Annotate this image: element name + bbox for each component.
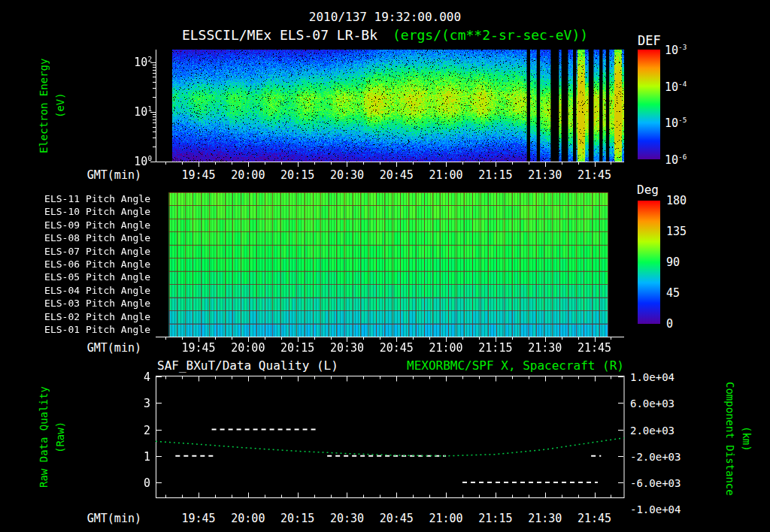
x-tick-label: 21:30	[519, 168, 571, 182]
p3-left-tick-label: 1	[126, 450, 150, 464]
panel1-ylabel-units: (eV)	[54, 50, 66, 162]
x-tick-label: 20:15	[271, 341, 324, 355]
p3-right-tick-label: 2.0e+03	[630, 425, 675, 437]
x-tick-label: 21:15	[469, 341, 522, 355]
x-tick-label: 21:00	[420, 341, 472, 355]
p3-right-tick-label: -1.0e+04	[630, 503, 681, 515]
p1-ytick-label: 100	[114, 154, 152, 168]
deg-colorbar-tick-label: 0	[666, 317, 673, 331]
p1-ytick-label: 101	[114, 104, 152, 119]
def-colorbar-tick-label: 10-4	[665, 80, 687, 94]
p1-ytick-label: 102	[114, 55, 152, 69]
x-tick-label: 21:45	[568, 341, 621, 355]
x-tick-label: 20:00	[222, 168, 274, 182]
pitch-row-label: ELS-10 Pitch Angle	[27, 206, 150, 217]
x-tick-label: 21:30	[519, 341, 571, 355]
panel3-ylabel-quality-units: (Raw)	[54, 376, 66, 499]
def-colorbar-tick-label: 10-5	[665, 116, 687, 130]
pitch-angle-heatmap	[150, 192, 624, 343]
timestamp-title: 2010/137 19:32:00.000	[0, 10, 770, 24]
panel1-gmt-label: GMT(min)	[66, 168, 141, 182]
panel3-ylabel-distance: Component Distance	[724, 371, 736, 506]
x-tick-label: 19:45	[172, 512, 225, 525]
deg-colorbar-tick-label: 180	[666, 194, 687, 207]
p3-right-tick-label: -6.0e+03	[630, 477, 681, 489]
panel3-right-title: MEXORBMC/SPF X, Spacecraft (R)	[407, 358, 624, 373]
x-tick-label: 19:45	[172, 168, 225, 182]
deg-colorbar-tick-label: 135	[666, 225, 687, 238]
x-tick-label: 20:00	[222, 341, 274, 355]
def-colorbar-tick-label: 10-3	[665, 43, 687, 57]
deg-colorbar-title: Deg	[637, 183, 659, 197]
panel1-ylabel-energy: Electron Energy	[38, 50, 50, 162]
p3-left-tick-label: 2	[126, 424, 150, 437]
p3-right-tick-label: 1.0e+04	[630, 371, 675, 383]
x-tick-label: 20:45	[370, 341, 423, 355]
deg-colorbar-tick-label: 45	[666, 286, 680, 300]
pitch-row-label: ELS-09 Pitch Angle	[27, 219, 150, 231]
pitch-row-label: ELS-08 Pitch Angle	[27, 232, 150, 243]
panel2-gmt-label: GMT(min)	[66, 341, 141, 355]
pitch-row-label: ELS-05 Pitch Angle	[27, 271, 150, 283]
pitch-row-label: ELS-11 Pitch Angle	[27, 193, 150, 204]
x-tick-label: 21:00	[420, 168, 472, 182]
p3-left-tick-label: 0	[126, 476, 150, 490]
def-colorbar-title: DEF	[638, 33, 661, 48]
x-tick-label: 19:45	[172, 341, 225, 355]
p3-right-tick-label: -2.0e+03	[630, 451, 681, 463]
x-tick-label: 20:45	[370, 512, 423, 525]
panel3-gmt-label: GMT(min)	[66, 512, 141, 525]
pitch-row-label: ELS-01 Pitch Angle	[27, 324, 150, 335]
pitch-row-label: ELS-02 Pitch Angle	[27, 311, 150, 322]
pitch-row-label: ELS-04 Pitch Angle	[27, 285, 150, 296]
def-colorbar-tick-label: 10-6	[665, 153, 687, 167]
x-tick-label: 21:45	[568, 168, 621, 182]
deg-colorbar-tick-label: 90	[666, 255, 680, 269]
panel3-left-title: SAF_BXuT/Data Quality (L)	[157, 358, 338, 373]
x-tick-label: 20:30	[320, 168, 373, 182]
panel3-ylabel-distance-units: (km)	[741, 371, 753, 506]
x-tick-label: 21:00	[420, 512, 472, 525]
deg-colorbar	[638, 201, 660, 324]
units-title: (ergs/(cm**2-sr-sec-eV))	[393, 27, 588, 43]
pitch-row-label: ELS-03 Pitch Angle	[27, 298, 150, 309]
quality-distance-plot	[150, 375, 625, 500]
p3-left-tick-label: 3	[126, 397, 150, 410]
x-tick-label: 20:45	[370, 168, 423, 182]
x-tick-label: 20:30	[320, 341, 373, 355]
def-colorbar	[638, 50, 660, 159]
els-quicklook-screen: 2010/137 19:32:00.000 ELSSCIL/MEx ELS-07…	[0, 0, 770, 532]
x-tick-label: 20:15	[271, 512, 324, 525]
p3-right-tick-label: 6.0e+03	[630, 397, 675, 410]
x-tick-label: 20:15	[271, 168, 324, 182]
p3-left-tick-label: 4	[126, 370, 150, 384]
pitch-row-label: ELS-06 Pitch Angle	[27, 258, 150, 270]
x-tick-label: 21:45	[568, 512, 621, 525]
pitch-row-label: ELS-07 Pitch Angle	[27, 246, 150, 257]
x-tick-label: 21:15	[469, 168, 522, 182]
x-tick-label: 20:00	[222, 512, 274, 525]
electron-energy-spectrogram	[150, 50, 624, 168]
panel3-ylabel-quality: Raw Data Quality	[38, 376, 50, 499]
x-tick-label: 21:15	[469, 512, 522, 525]
x-tick-label: 20:30	[320, 512, 373, 525]
instrument-title: ELSSCIL/MEx ELS-07 LR-Bk	[182, 27, 377, 43]
x-tick-label: 21:30	[519, 512, 571, 525]
